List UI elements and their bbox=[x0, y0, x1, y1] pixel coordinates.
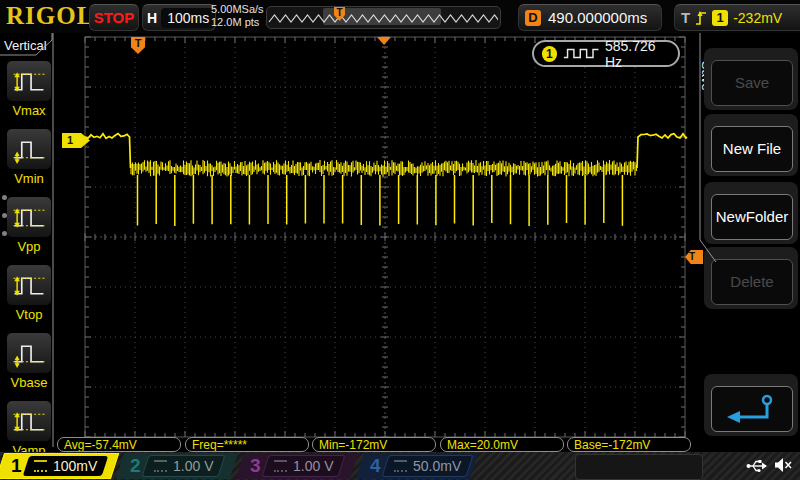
channel1-indicator[interactable]: 1 100mV bbox=[0, 453, 119, 479]
channel-scale-box: 1.00 V bbox=[141, 455, 226, 477]
vbase-icon bbox=[6, 332, 52, 374]
rigol-logo: RIGOL bbox=[6, 2, 94, 30]
horizontal-center-marker bbox=[377, 37, 391, 45]
menu-scroll-dot bbox=[2, 195, 7, 200]
return-arrow-icon bbox=[722, 392, 782, 426]
menu-item-vamp[interactable]: Vamp bbox=[6, 400, 52, 458]
vamp-icon bbox=[6, 400, 52, 442]
memory-waveform-icon bbox=[267, 8, 498, 27]
channel2-indicator[interactable]: 2 1.00 V bbox=[116, 453, 238, 479]
channel-number: 4 bbox=[370, 455, 381, 477]
vtop-icon bbox=[6, 264, 52, 306]
channel-scale: 100mV bbox=[53, 458, 97, 474]
square-wave-icon bbox=[563, 46, 599, 61]
menu-item-label: Vpp bbox=[6, 239, 52, 254]
back-button[interactable] bbox=[711, 386, 793, 432]
menu-scroll-dot bbox=[2, 213, 7, 218]
menu-placeholder bbox=[575, 454, 703, 480]
trigger-level-value: -232mV bbox=[733, 10, 782, 26]
usb-icon[interactable] bbox=[746, 458, 768, 473]
left-measure-menu: Vertical Vmax Vmin Vpp Vtop Vbase Vamp bbox=[0, 33, 57, 452]
vpp-icon bbox=[6, 196, 52, 238]
counter-value: 585.726 Hz bbox=[605, 38, 670, 70]
new-file-button[interactable]: New File bbox=[711, 126, 793, 172]
dc-coupling-icon bbox=[34, 460, 47, 472]
delay-value: 490.000000ms bbox=[548, 9, 647, 26]
timebase-value: 100ms bbox=[161, 8, 215, 28]
channel-scale: 1.00 V bbox=[173, 458, 213, 474]
menu-item-label: Vmax bbox=[6, 103, 52, 118]
menu-title: Vertical bbox=[4, 38, 47, 53]
delete-button[interactable]: Delete bbox=[711, 259, 793, 305]
channel-number: 1 bbox=[11, 455, 22, 477]
menu-scroll-dot bbox=[2, 231, 7, 236]
measurement-max: Max=20.0mV bbox=[440, 437, 564, 452]
sound-muted-icon[interactable] bbox=[774, 457, 793, 473]
run-state-label: STOP bbox=[94, 9, 135, 26]
trigger-position-marker[interactable]: T bbox=[131, 37, 145, 54]
measurement-avg: Avg=-57.4mV bbox=[57, 437, 181, 452]
channel-number: 3 bbox=[250, 455, 261, 477]
delay-readout[interactable]: D 490.000000ms bbox=[518, 4, 662, 31]
channel-scale-box: 50.0mV bbox=[381, 455, 473, 477]
status-icon-group bbox=[746, 457, 793, 473]
menu-item-vbase[interactable]: Vbase bbox=[6, 332, 52, 390]
acquisition-info: 5.00MSa/s 12.0M pts bbox=[211, 3, 264, 29]
channel-scale-box: 100mV bbox=[22, 456, 108, 476]
channel-scale: 50.0mV bbox=[413, 458, 461, 474]
channel-status-bar: 1 100mV 2 1.00 V 3 1.00 V 4 50.0mV bbox=[0, 452, 800, 480]
trigger-readout[interactable]: T 1 -232mV bbox=[674, 4, 800, 31]
measurement-base: Base=-172mV bbox=[567, 437, 691, 452]
oscilloscope-screen: RIGOL STOP H 100ms 5.00MSa/s 12.0M pts T… bbox=[0, 0, 800, 480]
vmax-icon bbox=[6, 60, 52, 102]
menu-item-vpp[interactable]: Vpp bbox=[6, 196, 52, 254]
sample-rate: 5.00MSa/s bbox=[211, 3, 264, 16]
channel-number: 2 bbox=[130, 455, 141, 477]
h-label: H bbox=[147, 10, 157, 26]
menu-item-label: Vtop bbox=[6, 307, 52, 322]
measurement-min: Min=-172mV bbox=[312, 437, 436, 452]
menu-item-label: Vbase bbox=[6, 375, 52, 390]
dc-coupling-icon bbox=[154, 460, 167, 472]
trigger-label: T bbox=[681, 9, 690, 26]
counter-source-badge: 1 bbox=[542, 46, 557, 62]
trigger-source-badge: 1 bbox=[712, 10, 728, 26]
frequency-counter: 1 585.726 Hz bbox=[532, 40, 680, 67]
horizontal-timebase[interactable]: H 100ms bbox=[142, 4, 216, 31]
channel1-ground-marker[interactable]: 1 bbox=[62, 133, 90, 148]
waveform-position-bar[interactable]: T bbox=[266, 6, 501, 29]
run-state-indicator[interactable]: STOP bbox=[89, 4, 139, 31]
channel4-indicator[interactable]: 4 50.0mV bbox=[356, 453, 478, 479]
menu-item-vmin[interactable]: Vmin bbox=[6, 128, 52, 186]
menu-item-vtop[interactable]: Vtop bbox=[6, 264, 52, 322]
top-status-bar: RIGOL STOP H 100ms 5.00MSa/s 12.0M pts T… bbox=[0, 0, 800, 33]
graticule-and-waveform bbox=[0, 0, 800, 480]
delay-badge: D bbox=[525, 10, 541, 26]
channel-scale: 1.00 V bbox=[293, 458, 333, 474]
measurement-freq: Freq=***** bbox=[185, 437, 309, 452]
channel-scale-box: 1.00 V bbox=[261, 455, 346, 477]
right-softkey-menu: Save Save New File NewFolder Delete bbox=[697, 33, 800, 452]
dc-coupling-icon bbox=[394, 460, 407, 472]
save-button[interactable]: Save bbox=[711, 60, 793, 106]
menu-item-label: Vmin bbox=[6, 171, 52, 186]
menu-item-vmax[interactable]: Vmax bbox=[6, 60, 52, 118]
vmin-icon bbox=[6, 128, 52, 170]
trigger-level-marker[interactable]: T bbox=[685, 250, 703, 264]
trigger-slope-icon bbox=[695, 9, 707, 27]
new-folder-button[interactable]: NewFolder bbox=[711, 194, 793, 240]
memory-depth: 12.0M pts bbox=[211, 16, 264, 29]
channel3-indicator[interactable]: 3 1.00 V bbox=[236, 453, 358, 479]
dc-coupling-icon bbox=[274, 460, 287, 472]
